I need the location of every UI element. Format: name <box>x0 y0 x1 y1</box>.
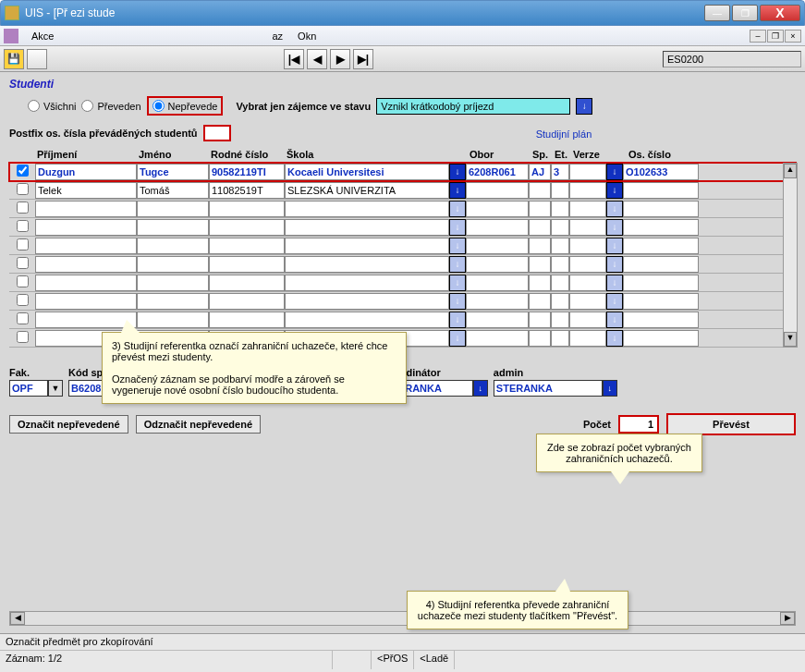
cell-rodne[interactable]: 11082519T <box>209 182 285 199</box>
admin-dropdown-button[interactable]: ↓ <box>603 380 617 397</box>
odznacit-button[interactable]: Odznačit nepřevedené <box>136 415 261 434</box>
next-record-button[interactable]: ▶ <box>330 49 350 69</box>
verze-dropdown-button[interactable]: ↓ <box>606 312 623 328</box>
cell-jmeno[interactable]: Tugce <box>137 164 209 180</box>
cell-et[interactable] <box>551 182 569 199</box>
close-button[interactable]: X <box>760 5 800 21</box>
skola-dropdown-button[interactable]: ↓ <box>449 312 466 328</box>
scroll-left-button[interactable]: ◀ <box>10 612 25 625</box>
cell-obor[interactable]: 6208R061 <box>466 164 529 180</box>
fak-dropdown-button[interactable]: ▼ <box>48 380 63 397</box>
record-counter: Záznam: 1/2 <box>0 651 333 669</box>
table-row-empty: ↓↓ <box>9 274 796 292</box>
skola-dropdown-button[interactable]: ↓ <box>449 275 466 291</box>
radio-preveden-label: Převeden <box>97 101 140 112</box>
verze-dropdown-button[interactable]: ↓ <box>606 330 623 347</box>
radio-vsichni[interactable]: Všichni <box>28 100 76 112</box>
oznacit-button[interactable]: Označit nepřevedené <box>9 415 128 434</box>
cell-os[interactable] <box>623 182 699 199</box>
verze-dropdown-button[interactable]: ↓ <box>606 182 623 199</box>
verze-dropdown-button[interactable]: ↓ <box>606 219 623 236</box>
prev-record-button[interactable]: ◀ <box>307 49 327 69</box>
skola-dropdown-button[interactable]: ↓ <box>449 330 466 347</box>
title-bar: UIS - [Př ezi stude — ❐ X <box>0 0 805 26</box>
verze-dropdown-button[interactable]: ↓ <box>606 293 623 310</box>
menu-az[interactable]: az <box>264 31 290 42</box>
stav-dropdown-button[interactable]: ↓ <box>576 98 592 115</box>
row-checkbox[interactable] <box>17 220 29 232</box>
row-checkbox[interactable] <box>17 294 29 306</box>
cell-skola[interactable]: Kocaeli Universitesi <box>285 164 449 180</box>
radio-nepreveden[interactable]: Nepřevede <box>147 96 224 116</box>
menu-akce[interactable]: Akce <box>24 31 61 42</box>
cell-jmeno[interactable]: Tomáš <box>137 182 209 199</box>
stav-dropdown[interactable]: Vznikl krátkodobý príjezd <box>376 98 570 115</box>
scroll-right-button[interactable]: ▶ <box>780 612 795 625</box>
skola-dropdown-button[interactable]: ↓ <box>449 182 466 199</box>
row-checkbox[interactable] <box>17 275 29 287</box>
table-row[interactable]: Duzgun Tugce 90582119TI Kocaeli Universi… <box>9 163 796 181</box>
cell-sp[interactable] <box>529 182 551 199</box>
mdi-close-button[interactable]: × <box>785 30 801 43</box>
window-title: UIS - [Př ezi stude <box>25 6 704 19</box>
header-jmeno: Jméno <box>137 147 209 162</box>
minimize-button[interactable]: — <box>704 5 730 21</box>
header-rodne: Rodné číslo <box>209 147 285 162</box>
skola-dropdown-button[interactable]: ↓ <box>449 164 466 180</box>
radio-nepreveden-input[interactable] <box>152 100 165 112</box>
verze-dropdown-button[interactable]: ↓ <box>606 164 623 180</box>
row-checkbox[interactable] <box>17 183 29 195</box>
scroll-down-button[interactable]: ▼ <box>784 332 797 347</box>
toolbar-btn-2[interactable] <box>27 49 47 69</box>
cell-et[interactable]: 3 <box>551 164 569 180</box>
cell-verze[interactable] <box>569 182 606 199</box>
radio-preveden-input[interactable] <box>81 100 93 112</box>
verze-dropdown-button[interactable]: ↓ <box>606 275 623 291</box>
verze-dropdown-button[interactable]: ↓ <box>606 256 623 273</box>
koord-dropdown-button[interactable]: ↓ <box>473 380 488 397</box>
table-row[interactable]: Telek Tomáš 11082519T SLEZSKÁ UNIVERZITA… <box>9 181 796 200</box>
callout-5: Zde se zobrazí počet vybraných zahraničn… <box>536 434 702 472</box>
prevest-button[interactable]: Převést <box>666 413 796 435</box>
row-checkbox[interactable] <box>17 312 29 324</box>
cell-prijmeni[interactable]: Duzgun <box>35 164 137 180</box>
horizontal-scrollbar[interactable]: ◀ ▶ <box>9 611 796 626</box>
section-title: Studenti <box>9 78 796 91</box>
row-checkbox[interactable] <box>17 238 29 250</box>
callout-5-text: Zde se zobrazí počet vybraných zahraničn… <box>547 442 691 464</box>
row-checkbox[interactable] <box>17 257 29 269</box>
scroll-up-button[interactable]: ▲ <box>784 164 797 178</box>
first-record-button[interactable]: |◀ <box>284 49 304 69</box>
row-checkbox[interactable] <box>17 165 29 177</box>
mdi-minimize-button[interactable]: – <box>750 30 766 43</box>
cell-rodne[interactable]: 90582119TI <box>209 164 285 180</box>
save-button[interactable]: 💾 <box>4 49 24 69</box>
postfix-input[interactable] <box>203 125 231 141</box>
cell-verze[interactable] <box>569 164 606 180</box>
skola-dropdown-button[interactable]: ↓ <box>449 201 466 217</box>
cell-skola[interactable]: SLEZSKÁ UNIVERZITA <box>285 182 449 199</box>
radio-vsichni-input[interactable] <box>28 100 40 112</box>
skola-dropdown-button[interactable]: ↓ <box>449 219 466 236</box>
skola-dropdown-button[interactable]: ↓ <box>449 293 466 310</box>
verze-dropdown-button[interactable]: ↓ <box>606 201 623 217</box>
verze-dropdown-button[interactable]: ↓ <box>606 238 623 254</box>
mdi-restore-button[interactable]: ❐ <box>767 30 784 43</box>
grid-body: ▲ ▼ Duzgun Tugce 90582119TI Kocaeli Univ… <box>9 162 796 347</box>
vertical-scrollbar[interactable]: ▲ ▼ <box>783 163 798 348</box>
skola-dropdown-button[interactable]: ↓ <box>449 238 466 254</box>
last-record-button[interactable]: ▶| <box>353 49 373 69</box>
cell-sp[interactable]: AJ <box>529 164 551 180</box>
cell-obor[interactable] <box>466 182 529 199</box>
row-checkbox[interactable] <box>17 202 29 214</box>
radio-nepreveden-label: Nepřevede <box>168 101 218 112</box>
menu-okno[interactable]: Okn <box>290 31 323 42</box>
cell-prijmeni[interactable]: Telek <box>35 182 137 199</box>
maximize-button[interactable]: ❐ <box>732 5 758 21</box>
admin-input[interactable] <box>494 380 603 397</box>
skola-dropdown-button[interactable]: ↓ <box>449 256 466 273</box>
fak-input[interactable] <box>9 380 48 397</box>
cell-os[interactable]: O102633 <box>623 164 699 180</box>
radio-preveden[interactable]: Převeden <box>81 100 140 112</box>
row-checkbox[interactable] <box>17 331 29 343</box>
